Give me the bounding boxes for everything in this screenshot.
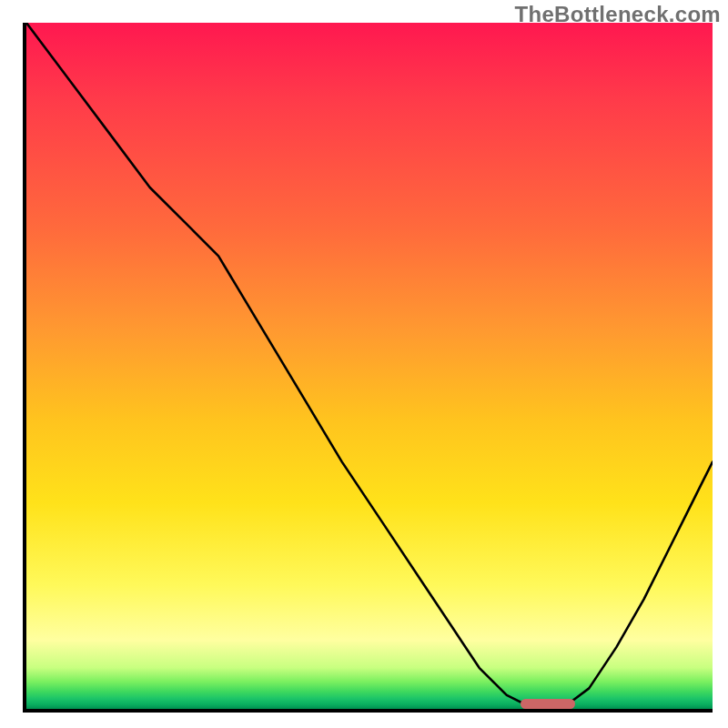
- bottleneck-curve: [26, 23, 713, 709]
- optimal-range-marker: [521, 699, 575, 709]
- plot-area: [23, 23, 713, 713]
- watermark-text: TheBottleneck.com: [515, 2, 721, 27]
- chart-frame: TheBottleneck.com: [0, 0, 728, 728]
